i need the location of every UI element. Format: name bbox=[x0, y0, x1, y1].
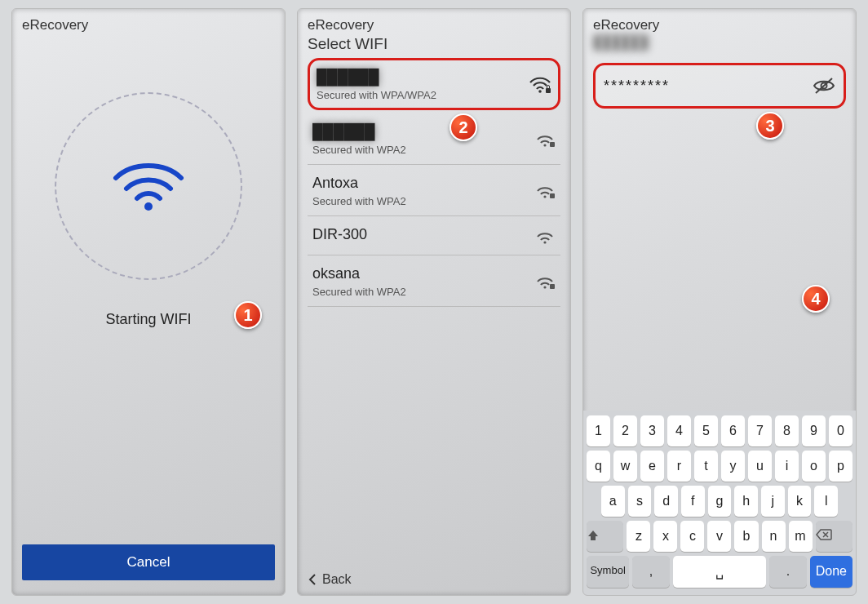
svg-rect-9 bbox=[550, 284, 555, 289]
backspace-key[interactable] bbox=[816, 521, 852, 552]
svg-point-5 bbox=[543, 195, 546, 198]
key-e[interactable]: e bbox=[640, 451, 664, 482]
back-button[interactable]: Back bbox=[308, 572, 352, 587]
key-4[interactable]: 4 bbox=[667, 415, 691, 446]
wifi-name: Antoxa bbox=[312, 175, 406, 192]
wifi-network-item[interactable]: ██████ Secured with WPA/WPA2 bbox=[308, 58, 560, 110]
key-z[interactable]: z bbox=[627, 521, 650, 552]
cancel-button[interactable]: Cancel bbox=[22, 544, 275, 580]
symbol-key[interactable]: Symbol bbox=[587, 556, 629, 588]
done-key[interactable]: Done bbox=[810, 556, 852, 588]
key-a[interactable]: a bbox=[601, 486, 625, 517]
password-input[interactable]: ********* bbox=[593, 63, 846, 109]
wifi-name: DIR-300 bbox=[312, 226, 367, 243]
screen-subtitle: Select WIFI bbox=[298, 35, 570, 58]
key-v[interactable]: v bbox=[707, 521, 731, 552]
key-y[interactable]: y bbox=[721, 451, 745, 482]
wifi-signal-icon bbox=[534, 229, 556, 245]
key-p[interactable]: p bbox=[829, 451, 852, 482]
key-3[interactable]: 3 bbox=[640, 415, 664, 446]
wifi-network-item[interactable]: oksana Secured with WPA2 bbox=[308, 255, 560, 307]
period-key[interactable]: . bbox=[769, 556, 807, 588]
svg-rect-4 bbox=[550, 142, 555, 147]
key-9[interactable]: 9 bbox=[802, 415, 826, 446]
wifi-signal-strong-lock-icon bbox=[529, 76, 551, 94]
wifi-security: Secured with WPA2 bbox=[312, 286, 406, 298]
key-o[interactable]: o bbox=[802, 451, 826, 482]
wifi-name: oksana bbox=[312, 265, 406, 282]
wifi-list: ██████ Secured with WPA/WPA2 ██████ Secu… bbox=[298, 58, 570, 307]
key-x[interactable]: x bbox=[653, 521, 677, 552]
svg-point-1 bbox=[538, 90, 542, 93]
shift-key[interactable] bbox=[587, 521, 623, 552]
wifi-signal-lock-icon bbox=[534, 131, 556, 148]
key-k[interactable]: k bbox=[788, 486, 812, 517]
key-j[interactable]: j bbox=[761, 486, 785, 517]
wifi-signal-lock-icon bbox=[534, 273, 556, 290]
wifi-signal-lock-icon bbox=[534, 183, 556, 199]
key-s[interactable]: s bbox=[628, 486, 652, 517]
svg-line-11 bbox=[816, 78, 832, 93]
wifi-name: ██████ bbox=[317, 69, 436, 86]
key-h[interactable]: h bbox=[734, 486, 758, 517]
callout-badge-1: 1 bbox=[234, 301, 262, 329]
key-f[interactable]: f bbox=[681, 486, 705, 517]
wifi-security: Secured with WPA2 bbox=[312, 195, 406, 207]
callout-badge-2: 2 bbox=[450, 113, 477, 141]
key-m[interactable]: m bbox=[789, 521, 813, 552]
status-text: Starting WIFI bbox=[105, 311, 191, 328]
key-r[interactable]: r bbox=[667, 451, 691, 482]
key-l[interactable]: l bbox=[814, 486, 838, 517]
back-label: Back bbox=[322, 572, 352, 587]
svg-rect-2 bbox=[546, 88, 551, 93]
phone-screen-enter-password: eRecovery ██████ ********* Connect Cance… bbox=[582, 8, 857, 596]
key-8[interactable]: 8 bbox=[775, 415, 799, 446]
svg-point-0 bbox=[144, 202, 153, 211]
key-d[interactable]: d bbox=[654, 486, 678, 517]
wifi-icon bbox=[112, 158, 185, 215]
callout-badge-4: 4 bbox=[802, 285, 830, 313]
soft-keyboard: 1234567890 qwertyuiop asdfghjkl zxcvbnm … bbox=[583, 411, 856, 595]
wifi-network-item[interactable]: DIR-300 bbox=[308, 216, 560, 255]
key-6[interactable]: 6 bbox=[721, 415, 745, 446]
key-2[interactable]: 2 bbox=[613, 415, 637, 446]
key-g[interactable]: g bbox=[708, 486, 732, 517]
wifi-network-item[interactable]: Antoxa Secured with WPA2 bbox=[308, 165, 560, 216]
key-1[interactable]: 1 bbox=[587, 415, 610, 446]
progress-circle bbox=[55, 92, 242, 280]
key-q[interactable]: q bbox=[587, 451, 610, 482]
key-w[interactable]: w bbox=[613, 451, 637, 482]
chevron-left-icon bbox=[308, 573, 317, 586]
svg-point-8 bbox=[543, 286, 546, 288]
key-t[interactable]: t bbox=[694, 451, 718, 482]
key-0[interactable]: 0 bbox=[829, 415, 852, 446]
ssid-label: ██████ bbox=[583, 35, 856, 55]
phone-screen-select-wifi: eRecovery Select WIFI ██████ Secured wit… bbox=[297, 8, 571, 596]
screen-title: eRecovery bbox=[298, 9, 570, 35]
wifi-network-item[interactable]: ██████ Secured with WPA2 bbox=[308, 113, 560, 165]
phone-screen-starting-wifi: eRecovery Starting WIFI Cancel 1 bbox=[11, 8, 286, 596]
key-n[interactable]: n bbox=[762, 521, 786, 552]
svg-point-7 bbox=[543, 241, 546, 243]
password-value: ********* bbox=[604, 78, 670, 95]
wifi-security: Secured with WPA/WPA2 bbox=[317, 89, 436, 101]
wifi-security: Secured with WPA2 bbox=[312, 144, 406, 156]
svg-point-3 bbox=[543, 144, 546, 146]
screen-title: eRecovery bbox=[12, 9, 285, 35]
key-u[interactable]: u bbox=[748, 451, 772, 482]
key-7[interactable]: 7 bbox=[748, 415, 772, 446]
key-i[interactable]: i bbox=[775, 451, 799, 482]
key-c[interactable]: c bbox=[680, 521, 704, 552]
visibility-off-icon[interactable] bbox=[813, 77, 835, 95]
svg-rect-6 bbox=[550, 193, 555, 198]
screen-title: eRecovery bbox=[583, 9, 856, 35]
key-5[interactable]: 5 bbox=[694, 415, 718, 446]
space-key[interactable]: ␣ bbox=[673, 556, 766, 588]
comma-key[interactable]: , bbox=[632, 556, 670, 588]
wifi-name: ██████ bbox=[312, 123, 406, 140]
key-b[interactable]: b bbox=[734, 521, 758, 552]
callout-badge-3: 3 bbox=[756, 112, 784, 140]
